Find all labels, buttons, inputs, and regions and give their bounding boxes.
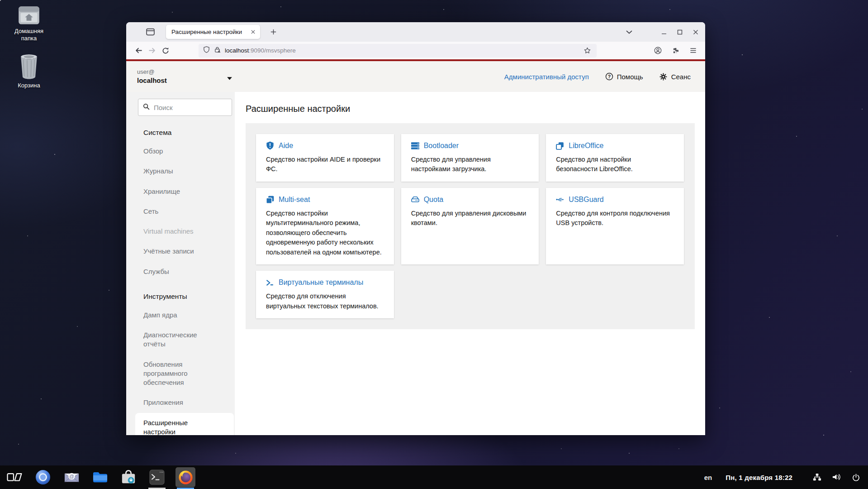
app-card[interactable]: Quota Средство для управления дисковыми …	[401, 188, 539, 264]
firefox-view-icon[interactable]	[145, 28, 155, 37]
svg-text:@: @	[69, 474, 74, 479]
app-card[interactable]: Bootloader Средство для управления настр…	[401, 134, 539, 182]
browser-tab-bar: Расширенные настройки	[126, 22, 705, 42]
admin-access-link[interactable]: Административный доступ	[504, 73, 589, 81]
app-card-title[interactable]: USBGuard	[556, 196, 674, 204]
app-card[interactable]: Виртуальные терминалы Средство для отклю…	[256, 271, 394, 318]
firefox-window: Расширенные настройки	[126, 22, 705, 435]
app-card-description: Средство настройки AIDE и проверки ФС.	[266, 155, 384, 174]
sidebar-item[interactable]: Дамп ядра	[126, 305, 235, 325]
back-icon[interactable]	[132, 44, 145, 58]
url-bar[interactable]: localhost:9090/msvsphere	[199, 44, 597, 58]
url-path: :9090/msvsphere	[249, 47, 296, 54]
bookmark-star-icon[interactable]	[582, 46, 592, 56]
header-hostname: localhost	[137, 76, 167, 85]
sidebar-item[interactable]: Хранилище	[126, 182, 235, 201]
forward-icon[interactable]	[145, 44, 159, 58]
book-icon	[266, 196, 274, 204]
new-tab-button[interactable]	[267, 26, 279, 38]
desktop-icon[interactable]: Домашняя папка	[6, 5, 52, 42]
sidebar-item[interactable]: Обновления программного обеспечения	[126, 355, 235, 393]
sidebar-section-header: Система	[126, 118, 235, 141]
app-card-description: Средство для управления дисковыми квотам…	[411, 209, 529, 228]
home-folder-icon	[18, 5, 40, 25]
taskbar: @ en Пн, 1 декабря 18:22	[0, 465, 868, 489]
firefox-icon[interactable]	[175, 467, 195, 487]
taskbar-clock[interactable]: Пн, 1 декабря 18:22	[726, 474, 792, 481]
cockpit-header: user@ localhost Административный доступ …	[126, 61, 705, 92]
search-icon	[143, 103, 150, 112]
chromium-icon[interactable]	[33, 467, 53, 487]
help-label: Помощь	[617, 73, 643, 81]
host-caret-icon[interactable]	[227, 74, 233, 79]
app-card-title[interactable]: Quota	[411, 196, 529, 204]
sidebar-item[interactable]: Службы	[126, 262, 235, 282]
desktop-icons: Домашняя папка Корзина	[6, 5, 52, 89]
connection-lock-icon[interactable]	[214, 46, 221, 55]
terminal-prompt-icon	[266, 278, 274, 287]
sidebar: СистемаОбзорЖурналыХранилищеСетьVirtual …	[126, 92, 235, 435]
host-switcher[interactable]: user@ localhost	[137, 68, 167, 85]
shield-icon	[266, 142, 274, 150]
app-card-title[interactable]: Bootloader	[411, 142, 529, 150]
sidebar-item[interactable]: Сеть	[126, 201, 235, 221]
sidebar-item[interactable]: Учётные записи	[126, 241, 235, 261]
sidebar-item[interactable]: Диагностические отчёты	[126, 325, 235, 355]
tracking-shield-icon[interactable]	[203, 46, 210, 55]
tab-title: Расширенные настройки	[171, 29, 249, 35]
menu-icon[interactable]	[686, 44, 700, 58]
app-card-title[interactable]: LibreOffice	[556, 142, 674, 150]
maximize-button[interactable]	[676, 28, 684, 36]
app-card-title[interactable]: Виртуальные терминалы	[266, 278, 384, 287]
app-card-description: Средство для управления настройками загр…	[411, 155, 529, 174]
help-icon: ?	[605, 72, 613, 81]
power-icon[interactable]	[851, 473, 861, 482]
files-icon[interactable]	[90, 467, 110, 487]
sidebar-search[interactable]	[138, 99, 232, 116]
disk-icon	[411, 196, 419, 204]
cockpit-content: СистемаОбзорЖурналыХранилищеСетьVirtual …	[126, 92, 705, 435]
tab-close-icon[interactable]	[249, 28, 257, 36]
tab-list-chevron-icon[interactable]	[624, 27, 635, 38]
app-card[interactable]: Aide Средство настройки AIDE и проверки …	[256, 134, 394, 182]
url-host: localhost	[225, 47, 249, 54]
keyboard-layout-indicator[interactable]: en	[704, 474, 712, 481]
header-actions: Административный доступ ? Помощь Сеанс	[504, 72, 691, 81]
app-card[interactable]: Multi-seat Средство настройки мультитерм…	[256, 188, 394, 264]
nav-right-icons	[651, 44, 700, 58]
app-card-title[interactable]: Aide	[266, 142, 384, 150]
show-desktop-icon[interactable]	[5, 467, 24, 487]
close-button[interactable]	[692, 28, 700, 36]
reload-icon[interactable]	[159, 44, 172, 58]
account-icon[interactable]	[651, 44, 664, 58]
sidebar-item[interactable]: Журналы	[126, 161, 235, 181]
header-username: user@	[137, 68, 167, 76]
terminal-app-icon[interactable]	[147, 467, 167, 487]
system-tray	[812, 473, 861, 482]
browser-nav-bar: localhost:9090/msvsphere	[126, 42, 705, 59]
main-area: Расширенные настройки Aide Средство наст…	[235, 92, 705, 435]
software-center-icon[interactable]	[119, 467, 138, 487]
help-menu[interactable]: ? Помощь	[605, 72, 643, 81]
mail-icon[interactable]: @	[62, 467, 81, 487]
session-label: Сеанс	[671, 73, 691, 81]
network-icon[interactable]	[812, 473, 822, 482]
window-controls	[660, 28, 700, 36]
minimize-button[interactable]	[660, 28, 668, 36]
search-input[interactable]	[154, 104, 227, 111]
app-card-title[interactable]: Multi-seat	[266, 196, 384, 204]
app-card[interactable]: USBGuard Средство для контроля подключен…	[546, 188, 684, 264]
extensions-icon[interactable]	[669, 44, 682, 58]
volume-icon[interactable]	[832, 473, 841, 482]
app-card-description: Средство для контроля подключения USB ус…	[556, 209, 674, 228]
sidebar-item[interactable]: Virtual machines	[126, 221, 235, 241]
sidebar-nav: СистемаОбзорЖурналыХранилищеСетьVirtual …	[126, 118, 235, 435]
session-menu[interactable]: Сеанс	[659, 72, 691, 81]
app-card[interactable]: LibreOffice Средство для настройки безоп…	[546, 134, 684, 182]
sidebar-item[interactable]: Приложения	[126, 393, 235, 412]
sidebar-item[interactable]: Расширенные настройки	[135, 413, 234, 436]
desktop-icon[interactable]: Корзина	[6, 53, 52, 89]
browser-tab[interactable]: Расширенные настройки	[166, 25, 260, 39]
sidebar-item[interactable]: Обзор	[126, 141, 235, 161]
taskbar-apps: @	[5, 465, 195, 489]
